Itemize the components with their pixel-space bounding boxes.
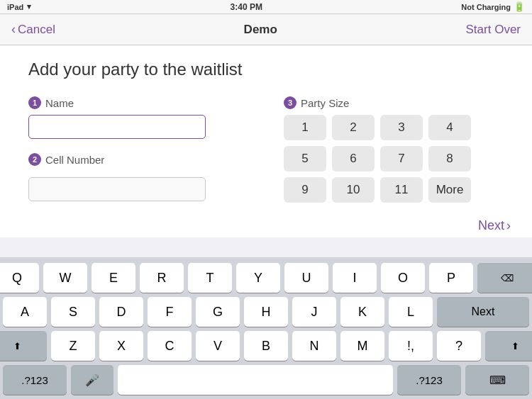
party-size-btn[interactable]: 6 bbox=[332, 146, 375, 172]
next-button[interactable]: Next › bbox=[478, 218, 511, 233]
key-p[interactable]: P bbox=[429, 263, 473, 293]
party-size-btn[interactable]: 2 bbox=[332, 115, 375, 140]
key-s[interactable]: S bbox=[51, 297, 95, 327]
next-label: Next bbox=[478, 218, 504, 233]
wifi-icon: ▾ bbox=[27, 2, 31, 11]
numbers-key[interactable]: .?123 bbox=[3, 365, 67, 395]
space-key[interactable] bbox=[118, 365, 393, 395]
cancel-button[interactable]: ‹ Cancel bbox=[11, 22, 55, 37]
party-size-btn[interactable]: 10 bbox=[332, 177, 375, 203]
step3-circle: 3 bbox=[284, 96, 297, 109]
key-d[interactable]: D bbox=[99, 297, 143, 327]
key-y[interactable]: Y bbox=[236, 263, 280, 293]
key-x[interactable]: ? bbox=[437, 331, 481, 361]
party-size-btn[interactable]: 9 bbox=[284, 177, 326, 203]
key-n[interactable]: N bbox=[292, 331, 336, 361]
step1-circle: 1 bbox=[28, 96, 41, 109]
key-a[interactable]: A bbox=[3, 297, 47, 327]
key-u[interactable]: U bbox=[284, 263, 328, 293]
status-left: iPad ▾ bbox=[7, 2, 31, 11]
key-z[interactable]: Z bbox=[51, 331, 95, 361]
name-label-text: Name bbox=[45, 97, 74, 109]
key-w[interactable]: W bbox=[43, 263, 87, 293]
party-size-btn[interactable]: 8 bbox=[428, 146, 471, 172]
name-label: 1 Name bbox=[28, 96, 255, 109]
delete-key[interactable]: ⌫ bbox=[477, 263, 532, 293]
next-keyboard-key[interactable]: Next bbox=[437, 297, 529, 327]
page-title: Add your party to the waitlist bbox=[28, 60, 511, 79]
keyboard-row2: ASDFGHJKLNext bbox=[3, 297, 529, 327]
party-size-btn[interactable]: 11 bbox=[380, 177, 423, 203]
party-size-btn[interactable]: 7 bbox=[380, 146, 423, 172]
status-bar: iPad ▾ 3:40 PM Not Charging 🔋 bbox=[0, 0, 532, 14]
cell-number-section: 2 Cell Number bbox=[28, 153, 255, 201]
key-h[interactable]: H bbox=[244, 297, 288, 327]
key-r[interactable]: R bbox=[140, 263, 184, 293]
key-b[interactable]: B bbox=[244, 331, 288, 361]
cancel-label: Cancel bbox=[18, 23, 55, 37]
mic-key[interactable]: 🎤 bbox=[71, 365, 113, 395]
key-f[interactable]: F bbox=[148, 297, 192, 327]
battery-icon: 🔋 bbox=[514, 1, 525, 12]
carrier-label: iPad bbox=[7, 3, 23, 11]
cell-input[interactable] bbox=[28, 177, 206, 201]
party-size-label: 3 Party Size bbox=[284, 96, 511, 109]
keyboard-row3: ⬆ZXCVBNM!,?⬆ bbox=[3, 331, 529, 361]
form-right: 3 Party Size 1234567891011More bbox=[284, 96, 511, 203]
main-content: Add your party to the waitlist 1 Name 2 … bbox=[0, 45, 532, 210]
status-right: Not Charging 🔋 bbox=[461, 1, 525, 12]
key-c[interactable]: C bbox=[148, 331, 192, 361]
nav-bar: ‹ Cancel Demo Start Over bbox=[0, 14, 532, 45]
key-xx[interactable]: !, bbox=[389, 331, 433, 361]
next-chevron-icon: › bbox=[506, 218, 511, 233]
key-v[interactable]: V bbox=[196, 331, 240, 361]
key-g[interactable]: G bbox=[196, 297, 240, 327]
key-m[interactable]: M bbox=[340, 331, 384, 361]
key-j[interactable]: J bbox=[292, 297, 336, 327]
form-left: 1 Name 2 Cell Number bbox=[28, 96, 255, 203]
key-i[interactable]: I bbox=[333, 263, 377, 293]
party-size-btn[interactable]: 4 bbox=[428, 115, 471, 140]
shift-right-key[interactable]: ⬆ bbox=[485, 331, 532, 361]
key-o[interactable]: O bbox=[381, 263, 425, 293]
keyboard-dismiss-key[interactable]: ⌨ bbox=[465, 365, 529, 395]
key-t[interactable]: T bbox=[188, 263, 232, 293]
nav-title: Demo bbox=[244, 23, 277, 37]
back-chevron-icon: ‹ bbox=[11, 22, 16, 37]
start-over-button[interactable]: Start Over bbox=[466, 23, 521, 37]
status-time: 3:40 PM bbox=[231, 2, 262, 12]
step2-circle: 2 bbox=[28, 153, 41, 166]
party-size-btn[interactable]: 3 bbox=[380, 115, 423, 140]
key-l[interactable]: L bbox=[389, 297, 433, 327]
party-size-grid: 1234567891011More bbox=[284, 115, 511, 203]
next-row: Next › bbox=[0, 210, 532, 237]
key-q[interactable]: Q bbox=[0, 263, 39, 293]
party-size-btn[interactable]: 1 bbox=[284, 115, 326, 140]
key-k[interactable]: K bbox=[340, 297, 384, 327]
keyboard-bottom-row: .?123 🎤 .?123 ⌨ bbox=[3, 365, 529, 395]
key-x[interactable]: X bbox=[99, 331, 143, 361]
cell-label-text: Cell Number bbox=[45, 154, 104, 166]
keyboard-row1: QWERTYUIOP⌫ bbox=[3, 263, 529, 293]
shift-left-key[interactable]: ⬆ bbox=[0, 331, 47, 361]
numbers-key2[interactable]: .?123 bbox=[397, 365, 461, 395]
form-layout: 1 Name 2 Cell Number 3 Party Size 123456… bbox=[28, 96, 511, 203]
key-e[interactable]: E bbox=[92, 263, 135, 293]
cell-label: 2 Cell Number bbox=[28, 153, 255, 166]
party-size-btn[interactable]: More bbox=[428, 177, 471, 203]
party-size-label-text: Party Size bbox=[301, 97, 349, 109]
name-input[interactable] bbox=[28, 115, 206, 139]
keyboard: QWERTYUIOP⌫ ASDFGHJKLNext ⬆ZXCVBNM!,?⬆ .… bbox=[0, 257, 532, 399]
charging-label: Not Charging bbox=[461, 3, 511, 11]
party-size-btn[interactable]: 5 bbox=[284, 146, 326, 172]
name-field-section: 1 Name bbox=[28, 96, 255, 139]
